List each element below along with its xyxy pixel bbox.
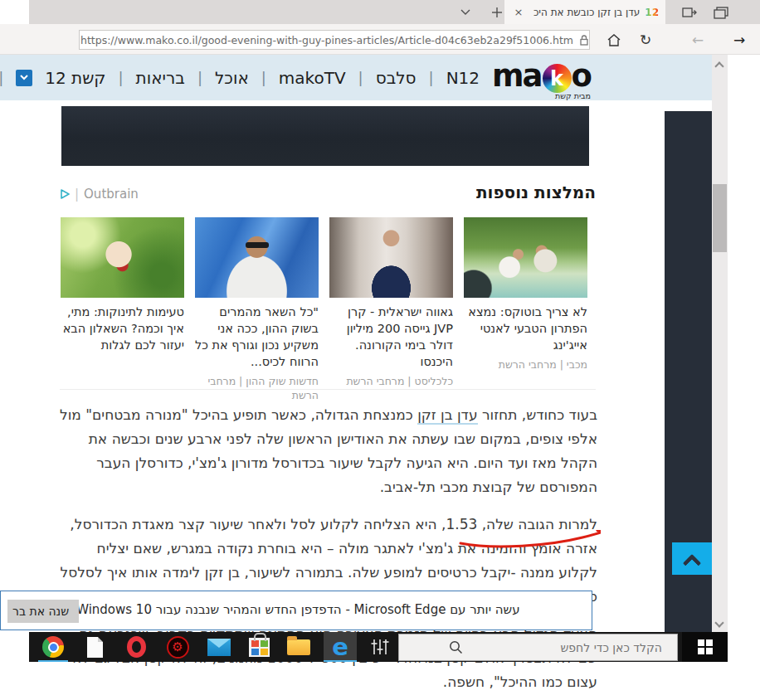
card-image-baby[interactable] (61, 217, 184, 298)
recommendations-heading: המלצות נוספות (476, 182, 596, 202)
tab-preview-chevron-icon[interactable] (455, 3, 476, 22)
outbrain-play-icon (60, 189, 70, 199)
file-explorer-icon[interactable] (282, 632, 315, 662)
edge-taskbar-tile[interactable]: e (324, 632, 357, 662)
mako-nav-bar: ma k o מבית קשת N12 | סלבס | makoTV | או… (0, 55, 712, 100)
nav-item-food[interactable]: אוכל (215, 68, 249, 88)
video-player-bottom[interactable] (61, 106, 589, 166)
chrome-icon[interactable] (37, 632, 70, 662)
outbrain-label: Outbrain (84, 187, 139, 202)
n12-favicon-icon: 12 (645, 7, 659, 18)
card-source: חדשות שוק ההון | מרחבי הרשת (195, 374, 319, 402)
refresh-icon[interactable]: ↻ (635, 30, 656, 50)
notepad-document-icon[interactable] (78, 632, 111, 662)
p1-text-before: בעוד כחודש, תחזור (478, 406, 597, 423)
recommendation-card[interactable]: "כל השאר מהמרים בשוק ההון, ככה אני משקיע… (195, 217, 319, 402)
nav-separator: | (261, 69, 266, 86)
logo-k: k (550, 69, 563, 89)
logo-tagline: מבית קשת (555, 91, 591, 100)
url-text: https://www.mako.co.il/good-evening-with… (80, 34, 573, 46)
windows-taskbar: ⚙ e (29, 632, 728, 662)
search-input[interactable] (471, 641, 662, 654)
outbrain-attribution[interactable]: | Outbrain (60, 187, 139, 202)
logo-ma: ma (492, 61, 542, 91)
nav-separator: | (197, 69, 202, 86)
notification-change-default-button[interactable]: שנה את בר (7, 600, 79, 623)
tab-close-icon[interactable]: × (511, 5, 526, 20)
home-icon[interactable] (603, 30, 625, 50)
nav-item-n12[interactable]: N12 (446, 68, 480, 88)
browser-tab[interactable]: × עדן בן זקן כובשת את היכ 12 (504, 0, 665, 24)
opera-icon[interactable] (119, 632, 153, 662)
notification-text: עשה יותר עם Microsoft Edge - הדפדפן החדש… (1, 602, 592, 617)
edge-icon: e (332, 635, 348, 659)
nav-item-makotv[interactable]: makoTV (279, 68, 346, 88)
back-icon[interactable]: ← (687, 30, 709, 50)
card-image-man-sunglasses[interactable] (195, 217, 319, 298)
red-underline-annotation (458, 530, 601, 550)
recommendation-card[interactable]: לא צריך בוטוקס: נמצא הפתרון הטבעי לאנטי … (464, 217, 587, 402)
recommendation-card[interactable]: טעימות לתינוקות: מתי, איך וכמה? השאלון ה… (61, 217, 184, 402)
nav-separator: | (429, 69, 434, 86)
start-button[interactable] (682, 632, 728, 662)
recommendation-card[interactable]: גאווה ישראלית - קרן JVP גייסה 200 מיליון… (329, 217, 453, 402)
back-to-top-button[interactable] (672, 542, 712, 575)
tabs-set-aside-list-icon[interactable] (710, 3, 732, 22)
set-tabs-aside-icon[interactable] (679, 3, 700, 22)
red-gear-app-icon[interactable]: ⚙ (161, 632, 194, 662)
scrollbar-thumb[interactable] (713, 184, 727, 252)
chevron-up-icon (683, 553, 702, 572)
content-divider (60, 389, 596, 390)
logo-o: o (572, 61, 591, 91)
recommendation-cards: לא צריך בוטוקס: נמצא הפתרון הטבעי לאנטי … (61, 217, 587, 402)
forward-icon[interactable]: → (728, 30, 750, 50)
card-title[interactable]: גאווה ישראלית - קרן JVP גייסה 200 מיליון… (329, 304, 453, 370)
screen: × עדן בן זקן כובשת את היכ 12 https://www… (0, 0, 760, 700)
keshet12-dropdown-icon[interactable] (16, 70, 32, 86)
nav-item-celebs[interactable]: סלבס (376, 68, 417, 88)
mako-logo[interactable]: ma k o מבית קשת (492, 61, 591, 91)
microsoft-store-icon[interactable] (242, 632, 275, 662)
card-title[interactable]: לא צריך בוטוקס: נמצא הפתרון הטבעי לאנטי … (464, 304, 587, 353)
nav-separator: | (119, 69, 124, 86)
card-source: כלכליסט | מרחבי הרשת (329, 374, 453, 388)
search-icon (449, 640, 463, 654)
tab-title: עדן בן זקן כובשת את היכ (526, 7, 645, 18)
nav-separator: | (0, 69, 3, 86)
address-url-box[interactable]: https://www.mako.co.il/good-evening-with… (79, 30, 590, 50)
eden-ben-zaken-link[interactable]: עדן בן זקן (417, 406, 477, 425)
card-image-businessman[interactable] (329, 217, 453, 298)
scroll-down-arrow-icon[interactable] (714, 618, 723, 627)
edge-active-underline (324, 660, 357, 662)
chrome-active-underline (38, 660, 68, 662)
outbrain-separator: | (75, 187, 79, 202)
card-source: מכבי | מרחבי הרשת (464, 357, 587, 372)
nav-item-health[interactable]: בריאות (136, 68, 185, 88)
lock-icon (580, 35, 588, 46)
page-scrollbar[interactable] (712, 55, 728, 634)
windows-logo-icon (698, 639, 713, 654)
card-title[interactable]: "כל השאר מהמרים בשוק ההון, ככה אני משקיע… (195, 304, 319, 370)
edge-notification-bar: עשה יותר עם Microsoft Edge - הדפדפן החדש… (0, 591, 592, 630)
mail-icon[interactable] (202, 632, 236, 662)
card-title[interactable]: טעימות לתינוקות: מתי, איך וכמה? השאלון ה… (61, 304, 184, 353)
nav-item-keshet12[interactable]: קשת 12 (45, 68, 105, 88)
scroll-up-arrow-icon[interactable] (714, 61, 723, 70)
card-image-couple[interactable] (464, 217, 587, 298)
taskbar-search-box[interactable] (398, 634, 678, 661)
mako-logo-disc-icon: k (543, 64, 572, 93)
nav-separator: | (358, 69, 363, 86)
article-paragraph-1: בעוד כחודש, תחזור עדן בן זקן כמנצחת הגדו… (60, 403, 597, 499)
equalizer-icon[interactable] (363, 632, 397, 662)
